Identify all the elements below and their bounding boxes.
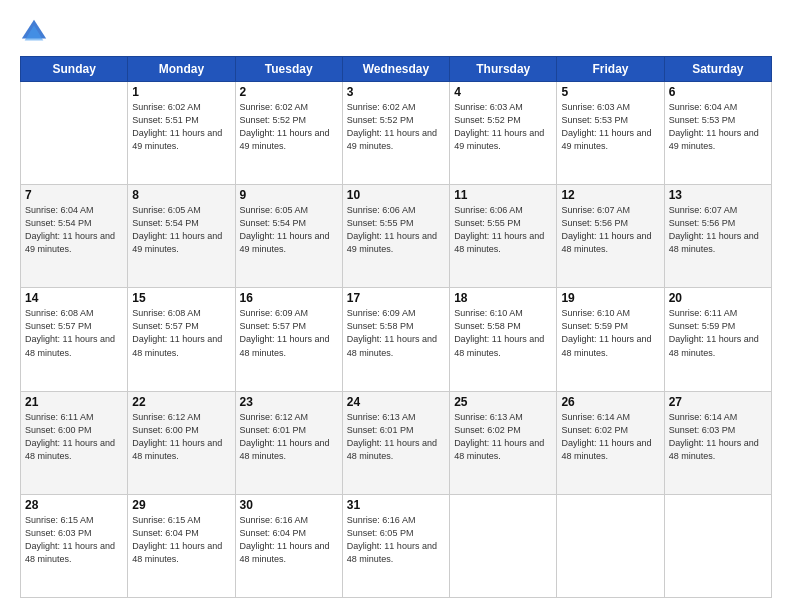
day-info: Sunrise: 6:12 AMSunset: 6:01 PMDaylight:… bbox=[240, 411, 338, 463]
calendar-cell: 28Sunrise: 6:15 AMSunset: 6:03 PMDayligh… bbox=[21, 494, 128, 597]
calendar-cell bbox=[450, 494, 557, 597]
day-info: Sunrise: 6:10 AMSunset: 5:59 PMDaylight:… bbox=[561, 307, 659, 359]
day-info: Sunrise: 6:11 AMSunset: 6:00 PMDaylight:… bbox=[25, 411, 123, 463]
header bbox=[20, 18, 772, 46]
day-info: Sunrise: 6:16 AMSunset: 6:05 PMDaylight:… bbox=[347, 514, 445, 566]
day-number: 17 bbox=[347, 291, 445, 305]
day-number: 10 bbox=[347, 188, 445, 202]
day-number: 30 bbox=[240, 498, 338, 512]
day-number: 26 bbox=[561, 395, 659, 409]
day-info: Sunrise: 6:03 AMSunset: 5:52 PMDaylight:… bbox=[454, 101, 552, 153]
calendar-day-header: Monday bbox=[128, 57, 235, 82]
day-info: Sunrise: 6:04 AMSunset: 5:54 PMDaylight:… bbox=[25, 204, 123, 256]
calendar-cell: 31Sunrise: 6:16 AMSunset: 6:05 PMDayligh… bbox=[342, 494, 449, 597]
day-info: Sunrise: 6:02 AMSunset: 5:51 PMDaylight:… bbox=[132, 101, 230, 153]
calendar-header-row: SundayMondayTuesdayWednesdayThursdayFrid… bbox=[21, 57, 772, 82]
day-number: 25 bbox=[454, 395, 552, 409]
day-info: Sunrise: 6:07 AMSunset: 5:56 PMDaylight:… bbox=[669, 204, 767, 256]
calendar-cell: 18Sunrise: 6:10 AMSunset: 5:58 PMDayligh… bbox=[450, 288, 557, 391]
day-number: 3 bbox=[347, 85, 445, 99]
calendar-cell: 1Sunrise: 6:02 AMSunset: 5:51 PMDaylight… bbox=[128, 82, 235, 185]
day-number: 8 bbox=[132, 188, 230, 202]
day-number: 4 bbox=[454, 85, 552, 99]
day-info: Sunrise: 6:02 AMSunset: 5:52 PMDaylight:… bbox=[240, 101, 338, 153]
day-number: 1 bbox=[132, 85, 230, 99]
day-info: Sunrise: 6:06 AMSunset: 5:55 PMDaylight:… bbox=[454, 204, 552, 256]
calendar-cell: 15Sunrise: 6:08 AMSunset: 5:57 PMDayligh… bbox=[128, 288, 235, 391]
day-info: Sunrise: 6:14 AMSunset: 6:02 PMDaylight:… bbox=[561, 411, 659, 463]
calendar-cell: 2Sunrise: 6:02 AMSunset: 5:52 PMDaylight… bbox=[235, 82, 342, 185]
calendar-cell: 7Sunrise: 6:04 AMSunset: 5:54 PMDaylight… bbox=[21, 185, 128, 288]
day-number: 12 bbox=[561, 188, 659, 202]
day-info: Sunrise: 6:16 AMSunset: 6:04 PMDaylight:… bbox=[240, 514, 338, 566]
day-info: Sunrise: 6:07 AMSunset: 5:56 PMDaylight:… bbox=[561, 204, 659, 256]
day-info: Sunrise: 6:11 AMSunset: 5:59 PMDaylight:… bbox=[669, 307, 767, 359]
day-number: 24 bbox=[347, 395, 445, 409]
day-number: 19 bbox=[561, 291, 659, 305]
calendar-cell: 30Sunrise: 6:16 AMSunset: 6:04 PMDayligh… bbox=[235, 494, 342, 597]
calendar-week-row: 1Sunrise: 6:02 AMSunset: 5:51 PMDaylight… bbox=[21, 82, 772, 185]
calendar-cell: 26Sunrise: 6:14 AMSunset: 6:02 PMDayligh… bbox=[557, 391, 664, 494]
calendar-cell: 4Sunrise: 6:03 AMSunset: 5:52 PMDaylight… bbox=[450, 82, 557, 185]
day-number: 9 bbox=[240, 188, 338, 202]
day-number: 14 bbox=[25, 291, 123, 305]
calendar-table: SundayMondayTuesdayWednesdayThursdayFrid… bbox=[20, 56, 772, 598]
calendar-week-row: 7Sunrise: 6:04 AMSunset: 5:54 PMDaylight… bbox=[21, 185, 772, 288]
calendar-day-header: Saturday bbox=[664, 57, 771, 82]
calendar-cell: 11Sunrise: 6:06 AMSunset: 5:55 PMDayligh… bbox=[450, 185, 557, 288]
calendar-cell: 19Sunrise: 6:10 AMSunset: 5:59 PMDayligh… bbox=[557, 288, 664, 391]
day-number: 23 bbox=[240, 395, 338, 409]
day-number: 6 bbox=[669, 85, 767, 99]
day-info: Sunrise: 6:08 AMSunset: 5:57 PMDaylight:… bbox=[132, 307, 230, 359]
day-number: 27 bbox=[669, 395, 767, 409]
calendar-cell: 5Sunrise: 6:03 AMSunset: 5:53 PMDaylight… bbox=[557, 82, 664, 185]
calendar-cell: 13Sunrise: 6:07 AMSunset: 5:56 PMDayligh… bbox=[664, 185, 771, 288]
day-number: 29 bbox=[132, 498, 230, 512]
calendar-cell: 29Sunrise: 6:15 AMSunset: 6:04 PMDayligh… bbox=[128, 494, 235, 597]
calendar-week-row: 21Sunrise: 6:11 AMSunset: 6:00 PMDayligh… bbox=[21, 391, 772, 494]
day-number: 20 bbox=[669, 291, 767, 305]
day-number: 21 bbox=[25, 395, 123, 409]
calendar-day-header: Sunday bbox=[21, 57, 128, 82]
day-number: 22 bbox=[132, 395, 230, 409]
calendar-cell: 27Sunrise: 6:14 AMSunset: 6:03 PMDayligh… bbox=[664, 391, 771, 494]
day-number: 15 bbox=[132, 291, 230, 305]
calendar-cell: 17Sunrise: 6:09 AMSunset: 5:58 PMDayligh… bbox=[342, 288, 449, 391]
day-number: 2 bbox=[240, 85, 338, 99]
day-info: Sunrise: 6:05 AMSunset: 5:54 PMDaylight:… bbox=[240, 204, 338, 256]
logo bbox=[20, 18, 52, 46]
day-number: 11 bbox=[454, 188, 552, 202]
day-info: Sunrise: 6:06 AMSunset: 5:55 PMDaylight:… bbox=[347, 204, 445, 256]
day-number: 5 bbox=[561, 85, 659, 99]
day-info: Sunrise: 6:15 AMSunset: 6:03 PMDaylight:… bbox=[25, 514, 123, 566]
calendar-cell: 10Sunrise: 6:06 AMSunset: 5:55 PMDayligh… bbox=[342, 185, 449, 288]
day-info: Sunrise: 6:02 AMSunset: 5:52 PMDaylight:… bbox=[347, 101, 445, 153]
calendar-cell: 12Sunrise: 6:07 AMSunset: 5:56 PMDayligh… bbox=[557, 185, 664, 288]
calendar-day-header: Tuesday bbox=[235, 57, 342, 82]
calendar-cell: 14Sunrise: 6:08 AMSunset: 5:57 PMDayligh… bbox=[21, 288, 128, 391]
day-info: Sunrise: 6:08 AMSunset: 5:57 PMDaylight:… bbox=[25, 307, 123, 359]
calendar-day-header: Wednesday bbox=[342, 57, 449, 82]
day-number: 18 bbox=[454, 291, 552, 305]
calendar-cell: 8Sunrise: 6:05 AMSunset: 5:54 PMDaylight… bbox=[128, 185, 235, 288]
calendar-day-header: Thursday bbox=[450, 57, 557, 82]
day-info: Sunrise: 6:05 AMSunset: 5:54 PMDaylight:… bbox=[132, 204, 230, 256]
calendar-week-row: 28Sunrise: 6:15 AMSunset: 6:03 PMDayligh… bbox=[21, 494, 772, 597]
day-number: 31 bbox=[347, 498, 445, 512]
day-number: 16 bbox=[240, 291, 338, 305]
calendar-cell: 24Sunrise: 6:13 AMSunset: 6:01 PMDayligh… bbox=[342, 391, 449, 494]
day-info: Sunrise: 6:04 AMSunset: 5:53 PMDaylight:… bbox=[669, 101, 767, 153]
calendar-day-header: Friday bbox=[557, 57, 664, 82]
day-info: Sunrise: 6:12 AMSunset: 6:00 PMDaylight:… bbox=[132, 411, 230, 463]
calendar-cell bbox=[21, 82, 128, 185]
day-info: Sunrise: 6:13 AMSunset: 6:01 PMDaylight:… bbox=[347, 411, 445, 463]
day-number: 13 bbox=[669, 188, 767, 202]
calendar-cell: 9Sunrise: 6:05 AMSunset: 5:54 PMDaylight… bbox=[235, 185, 342, 288]
day-number: 28 bbox=[25, 498, 123, 512]
calendar-cell bbox=[664, 494, 771, 597]
day-info: Sunrise: 6:14 AMSunset: 6:03 PMDaylight:… bbox=[669, 411, 767, 463]
day-info: Sunrise: 6:15 AMSunset: 6:04 PMDaylight:… bbox=[132, 514, 230, 566]
calendar-cell: 22Sunrise: 6:12 AMSunset: 6:00 PMDayligh… bbox=[128, 391, 235, 494]
calendar-cell: 16Sunrise: 6:09 AMSunset: 5:57 PMDayligh… bbox=[235, 288, 342, 391]
calendar-cell: 21Sunrise: 6:11 AMSunset: 6:00 PMDayligh… bbox=[21, 391, 128, 494]
